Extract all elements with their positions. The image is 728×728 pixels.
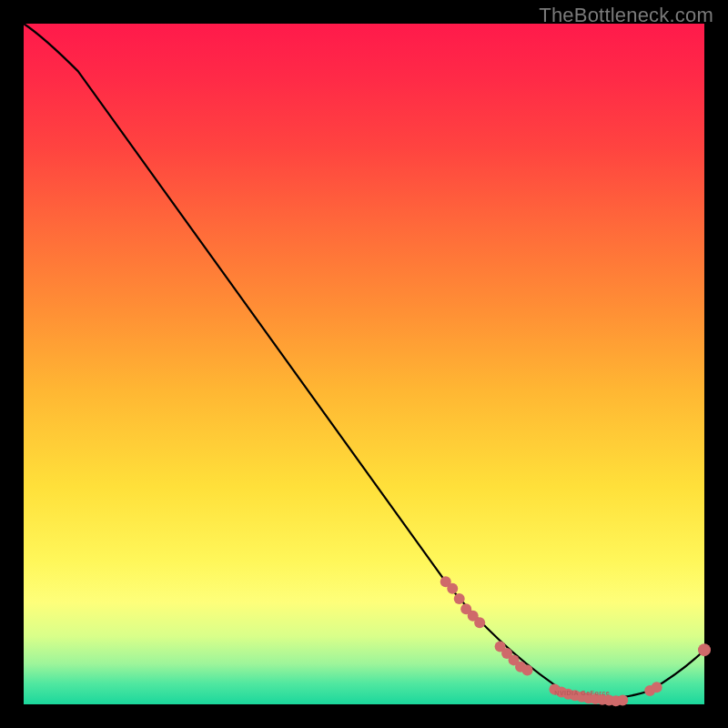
data-point <box>522 665 533 676</box>
data-point <box>698 643 711 656</box>
chart-frame: TheBottleneck.com NVIDIA GeForce <box>0 0 728 728</box>
bottleneck-curve <box>24 24 704 699</box>
data-point <box>447 583 458 594</box>
data-point <box>652 682 662 693</box>
data-points <box>440 576 711 706</box>
data-point <box>454 593 465 604</box>
data-point <box>474 617 485 628</box>
data-point <box>617 695 628 706</box>
gpu-label: NVIDIA GeForce <box>554 690 610 696</box>
chart-svg <box>24 24 704 704</box>
plot-area: NVIDIA GeForce <box>24 24 704 704</box>
